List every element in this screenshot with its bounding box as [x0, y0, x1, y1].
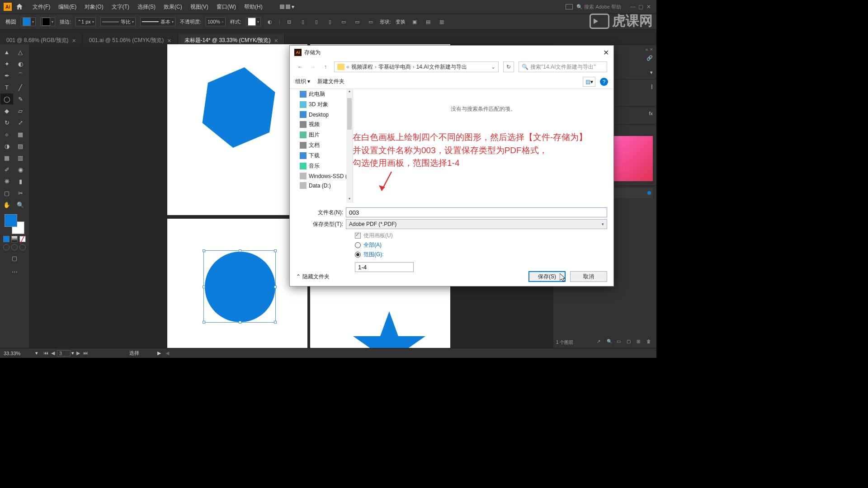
breadcrumb[interactable]: « 视频课程› 零基础学电商› 14.AI文件新建与导出 ⌄: [334, 61, 499, 72]
direct-selection-tool[interactable]: △: [14, 47, 27, 57]
refresh-icon[interactable]: ↻: [503, 61, 514, 72]
rotate-tool[interactable]: ↻: [0, 117, 13, 128]
align-icon[interactable]: ⊟: [285, 17, 294, 26]
hide-folders-toggle[interactable]: ⌃隐藏文件夹: [296, 273, 330, 281]
arrange-docs[interactable]: ▾: [280, 4, 294, 10]
next-artboard-icon[interactable]: ▶: [75, 350, 81, 357]
slice-tool[interactable]: ✂: [14, 188, 27, 198]
eyedropper-tool[interactable]: ✐: [0, 164, 13, 175]
artboard-number[interactable]: 3: [57, 350, 71, 357]
new-sublayer-icon[interactable]: ▢: [627, 339, 634, 346]
isolate-icon[interactable]: ▣: [410, 17, 419, 26]
extra-1-icon[interactable]: ▤: [424, 17, 433, 26]
sidebar-item-pc[interactable]: 此电脑: [290, 89, 353, 99]
graphic-style[interactable]: ▾: [246, 17, 261, 26]
shape-builder-tool[interactable]: ◑: [0, 141, 13, 151]
hand-tool[interactable]: ✋: [0, 199, 13, 210]
tab-close-icon[interactable]: ×: [274, 37, 278, 44]
lasso-tool[interactable]: ◐: [14, 58, 27, 69]
ellipse-tool[interactable]: ◯: [0, 94, 13, 104]
fill-swatch[interactable]: ▾: [21, 17, 36, 26]
tab-close-icon[interactable]: ×: [167, 37, 171, 44]
edit-toolbar-icon[interactable]: ⋯: [8, 266, 21, 277]
gradient-mode[interactable]: [11, 236, 18, 242]
type-tool[interactable]: T: [0, 82, 13, 93]
shaper-tool[interactable]: ◆: [0, 105, 13, 116]
tab-close-icon[interactable]: ×: [72, 37, 76, 44]
menu-edit[interactable]: 编辑(E): [58, 3, 76, 11]
organize-button[interactable]: 组织 ▾: [295, 78, 310, 85]
align-center-icon[interactable]: ▯: [312, 17, 321, 26]
line-tool[interactable]: ╱: [14, 82, 27, 93]
sidebar-item-desktop[interactable]: Desktop: [290, 110, 353, 119]
minimize-icon[interactable]: —: [630, 4, 637, 10]
panel-collapse-icon[interactable]: «: [645, 47, 648, 52]
align-top-icon[interactable]: ▭: [339, 17, 348, 26]
filetype-select[interactable]: Adobe PDF (*.PDF)▾: [346, 219, 607, 229]
new-layer-icon[interactable]: ⊞: [637, 339, 644, 346]
pen-tool[interactable]: ✒: [0, 70, 13, 81]
nav-up-icon[interactable]: ↑: [321, 64, 330, 70]
fill-color[interactable]: [5, 214, 17, 227]
search-layer-icon[interactable]: 🔍: [607, 339, 614, 346]
cancel-button[interactable]: 取消: [570, 271, 607, 282]
transform-label[interactable]: 变换: [396, 19, 406, 25]
use-artboards-checkbox[interactable]: [355, 233, 361, 239]
sidebar-item-downloads[interactable]: 下载: [290, 150, 353, 161]
new-folder-button[interactable]: 新建文件夹: [317, 78, 344, 85]
stroke-swatch[interactable]: ▾: [40, 17, 55, 26]
file-list-area[interactable]: 没有与搜索条件匹配的项。: [353, 89, 613, 203]
view-mode-button[interactable]: ▤ ▾: [583, 77, 595, 87]
column-graph-tool[interactable]: ▮: [14, 176, 27, 187]
width-tool[interactable]: ⟐: [0, 129, 13, 140]
dialog-close-icon[interactable]: ✕: [603, 48, 609, 57]
home-icon[interactable]: [15, 3, 24, 11]
stroke-profile[interactable]: 等比▾: [100, 17, 136, 26]
free-transform-tool[interactable]: ▦: [14, 129, 27, 140]
color-mode[interactable]: [3, 236, 9, 242]
symbol-sprayer-tool[interactable]: ❋: [0, 176, 13, 187]
selection-tool[interactable]: ▲: [0, 47, 13, 57]
sidebar-item-documents[interactable]: 文档: [290, 140, 353, 150]
recolor-icon[interactable]: ◐: [265, 17, 274, 26]
dialog-titlebar[interactable]: Ai 存储为 ✕: [290, 46, 613, 59]
maximize-icon[interactable]: ▢: [638, 4, 645, 10]
last-artboard-icon[interactable]: ⏭: [82, 350, 89, 357]
brush-definition[interactable]: 基本▾: [140, 17, 175, 26]
filename-input[interactable]: [346, 207, 607, 217]
help-button[interactable]: ?: [600, 78, 608, 86]
menu-object[interactable]: 对象(O): [85, 3, 103, 11]
range-radio[interactable]: [355, 252, 361, 258]
mesh-tool[interactable]: ▦: [0, 152, 13, 163]
panel-close-icon[interactable]: ×: [650, 47, 653, 52]
align-middle-icon[interactable]: ▭: [353, 17, 362, 26]
menu-select[interactable]: 选择(S): [137, 3, 156, 11]
opacity-value[interactable]: 100%>: [206, 17, 226, 26]
menu-window[interactable]: 窗口(W): [217, 3, 236, 11]
menu-help[interactable]: 帮助(H): [244, 3, 263, 11]
perspective-tool[interactable]: ▨: [14, 141, 27, 151]
delete-layer-icon[interactable]: 🗑: [646, 339, 654, 346]
align-right-icon[interactable]: ▯: [326, 17, 335, 26]
dialog-search-input[interactable]: 🔍 搜索"14.AI文件新建与导出": [519, 61, 607, 72]
menu-file[interactable]: 文件(F): [33, 3, 50, 11]
close-icon[interactable]: ✕: [646, 4, 653, 10]
none-mode[interactable]: ╱: [19, 236, 26, 242]
draw-behind[interactable]: [11, 244, 18, 250]
prev-artboard-icon[interactable]: ◀: [50, 350, 56, 357]
fill-stroke-swatch[interactable]: [5, 214, 24, 234]
help-search[interactable]: 🔍 搜索 Adobe 帮助: [576, 4, 621, 10]
blend-tool[interactable]: ◉: [14, 164, 27, 175]
play-icon[interactable]: ▶: [157, 350, 161, 356]
paintbrush-tool[interactable]: ✎: [14, 94, 27, 104]
zoom-tool[interactable]: 🔍: [14, 199, 27, 210]
first-artboard-icon[interactable]: ⏮: [42, 350, 49, 357]
selection-bounding-box[interactable]: [203, 250, 276, 323]
sidebar-item-drive-c[interactable]: Windows-SSD (: [290, 171, 353, 181]
magic-wand-tool[interactable]: ✦: [0, 58, 13, 69]
zoom-level[interactable]: 33.33%: [4, 351, 35, 356]
screenmode-icon[interactable]: [566, 4, 573, 9]
align-left-icon[interactable]: ▯: [298, 17, 307, 26]
gradient-tool[interactable]: ▥: [14, 152, 27, 163]
link-icon[interactable]: 🔗: [646, 55, 653, 61]
